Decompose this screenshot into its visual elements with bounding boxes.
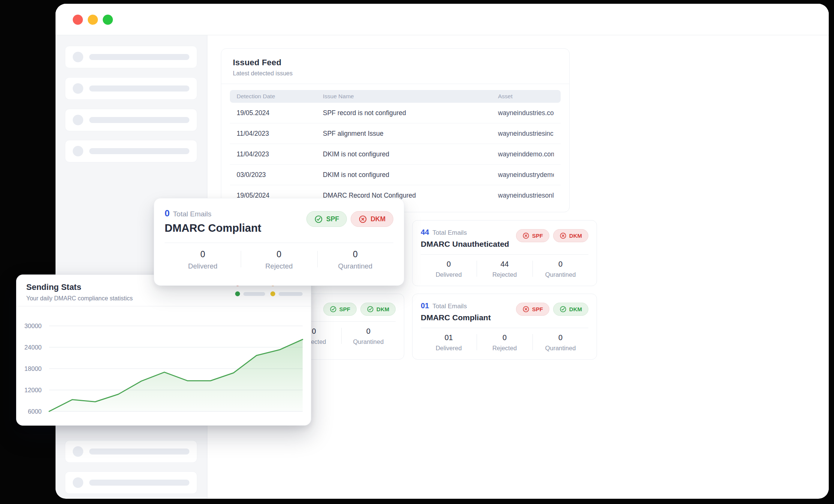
table-row[interactable]: 11/04/2023 SPF alignment Issue wayneindu… [230,123,561,144]
stat-label: Rejected [477,271,532,278]
asset-cell: wayneinddemo.com [498,150,554,158]
skeleton-avatar [73,446,83,457]
issue-name-cell: SPF record is not configured [323,109,498,117]
asset-cell: wayneindustriesinc.com [498,130,554,138]
column-header-issue-name: Issue Name [323,93,498,100]
issue-name-cell: SPF alignment Issue [323,130,498,138]
sending-stats-card: Sending Stats Your daily DMARC complianc… [16,274,311,426]
titlebar [56,4,829,35]
skeleton-label [89,448,189,454]
total-emails-value: 01 [421,302,429,310]
stat-label: Qurantined [317,262,393,270]
badge-label: DKM [569,232,582,239]
issue-name-cell: DKIM is not configured [323,150,498,158]
total-emails-label: Total Emails [432,303,467,310]
traffic-lights [73,15,113,25]
badge-label: DKM [370,215,386,223]
stat-label: Delivered [165,262,241,270]
skeleton-label [89,54,189,60]
sidebar-item-skeleton[interactable] [65,77,197,100]
sidebar-item-skeleton[interactable] [65,440,197,463]
page-title: Issued Feed [233,58,560,68]
card-heading: 44 Total Emails DMARC Unautheticated [421,228,509,249]
check-circle-icon [330,306,337,313]
dmarc-compliant-popup-card: 0 Total Emails DMARC Compliant SPF DKM 0… [154,198,404,286]
stat-label: Rejected [477,345,532,352]
badge-label: SPF [326,215,339,223]
stat-value: 0 [477,333,532,342]
close-button[interactable] [73,15,83,25]
x-circle-icon [560,232,567,239]
status-badge-spf: SPF [323,303,357,316]
card-heading: 01 Total Emails DMARC Compliant [421,302,491,322]
sidebar-item-skeleton[interactable] [65,109,197,131]
stat-value: 0 [532,260,588,268]
x-circle-icon [358,215,367,224]
svg-text:18000: 18000 [24,365,42,372]
x-circle-icon [522,232,530,239]
stat-value: 44 [477,260,532,268]
table-row[interactable]: 03/0/2023 DKIM is not configured waynein… [230,165,561,185]
check-circle-icon [367,306,374,313]
x-circle-icon [522,306,530,313]
card-title: DMARC Unautheticated [421,240,509,249]
stat-value: 0 [341,327,396,336]
skeleton-avatar [73,477,83,488]
status-badge-spf: SPF [516,303,549,316]
detection-date-cell: 03/0/2023 [237,171,323,179]
total-emails-value: 44 [421,228,429,237]
status-badge-spf: SPF [306,211,347,227]
check-circle-icon [314,215,323,224]
minimize-button[interactable] [88,15,98,25]
sidebar-item-skeleton[interactable] [65,46,197,68]
total-emails-label: Total Emails [432,229,467,237]
skeleton-avatar [73,83,83,94]
status-badge-spf: SPF [516,229,549,242]
stat-value: 0 [241,249,317,260]
svg-text:30000: 30000 [24,322,42,329]
table-row[interactable]: 19/05.2024 SPF record is not configured … [230,103,561,123]
sidebar-item-skeleton[interactable] [65,140,197,162]
total-emails-value: 0 [165,208,170,219]
svg-text:12000: 12000 [24,387,42,393]
asset-cell: wayneindustries.com [498,109,554,117]
table-header-row: Detection Date Issue Name Asset [230,90,561,103]
stat-label: Qurantined [532,271,588,278]
legend-dot [235,291,240,296]
legend-label-skeleton [243,292,265,296]
skeleton-label [89,148,189,154]
stat-value: 0 [421,260,477,268]
badge-group: SPF DKM [516,229,588,242]
badge-label: SPF [339,306,350,312]
column-header-detection-date: Detection Date [237,93,323,100]
card-heading: 0 Total Emails DMARC Compliant [165,208,261,234]
card-title: DMARC Compliant [421,313,491,322]
skeleton-label [89,86,189,92]
sidebar-item-skeleton[interactable] [65,471,197,494]
stat-label: Rejected [241,262,317,270]
issued-feed-card: Issued Feed Latest detected issues Detec… [221,48,570,212]
total-emails-label: Total Emails [173,210,211,218]
skeleton-avatar [73,52,83,62]
column-header-asset: Asset [498,93,554,100]
status-badge-dkm: DKM [553,229,588,242]
legend-dot [270,291,275,296]
stat-label: Delivered [421,271,477,278]
badge-label: DKM [569,306,582,312]
stat-label: Delivered [421,345,477,352]
stat-value: 01 [421,333,477,342]
dmarc-unauthenticated-card: 44 Total Emails DMARC Unautheticated SPF… [412,220,597,286]
legend-item [235,291,265,296]
zoom-button[interactable] [103,15,113,25]
skeleton-label [89,480,189,486]
table-row[interactable]: 11/04/2023 DKIM is not configured waynei… [230,144,561,165]
stat-value: 0 [317,249,393,260]
asset-cell: wayneindustrydemo.com [498,171,554,179]
detection-date-cell: 11/04/2023 [237,150,323,158]
status-badge-dkm: DKM [360,303,396,316]
detection-date-cell: 11/04/2023 [237,130,323,138]
stat-label: Qurantined [532,345,588,352]
svg-text:24000: 24000 [24,344,42,351]
svg-text:6000: 6000 [28,408,42,415]
sending-stats-chart: 300002400018000120006000 [16,314,312,426]
